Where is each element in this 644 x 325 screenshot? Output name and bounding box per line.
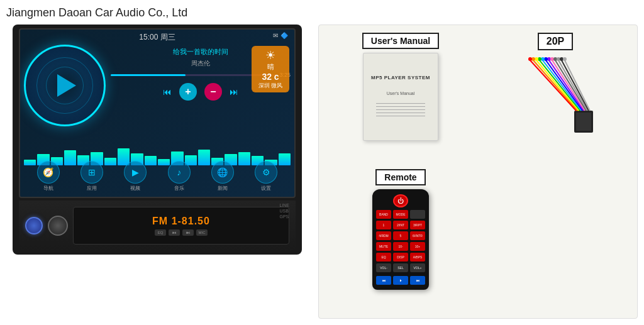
wiring-label: 20P (538, 33, 573, 50)
eq-knob[interactable] (25, 217, 43, 234)
apps-icon: ⊞ (80, 161, 103, 184)
manual-book-title: MP5 PLAYER SYSTEM (371, 75, 430, 80)
connector-block-inner (576, 113, 591, 131)
eq-btn[interactable]: EQ (155, 229, 166, 236)
car-unit: 15:00 周三 ✉ 🔷 (13, 25, 302, 255)
label-tags: LINE USB GPS (279, 203, 289, 219)
bluetooth-icon: 🔷 (280, 32, 288, 39)
remote-btn-3[interactable]: 3/RPT (410, 221, 425, 229)
settings-label: 设置 (261, 185, 271, 192)
news-label: 新闻 (218, 185, 228, 192)
settings-icon: ⚙ (255, 161, 277, 184)
nav-item-navigate[interactable]: 🧭 导航 (37, 161, 60, 192)
company-title: Jiangmen Daoan Car Audio Co., Ltd (6, 6, 638, 19)
fm-display-panel: FM 1-81.50 EQ ⏮ ⏭ MIC (73, 207, 289, 245)
remote-section: Remote ⏻ BAND MODE 1 2/INT 3/RPT 4/RDM 5… (326, 169, 475, 311)
manual-book-lines (376, 101, 425, 119)
svg-point-18 (528, 57, 532, 61)
prev-button[interactable]: ⏮ (163, 87, 172, 97)
remote-btn-mode[interactable]: MODE (393, 210, 408, 219)
empty-section (481, 169, 630, 311)
manual-section: User's Manual MP5 PLAYER SYSTEM User's M… (326, 33, 475, 163)
progress-fill (111, 74, 186, 76)
video-icon: ▶ (124, 161, 147, 184)
usb-label: USB (279, 209, 289, 213)
email-icon: ✉ (273, 32, 278, 39)
time-display: 15:00 周三 (139, 32, 175, 43)
prev-track-btn[interactable]: ⏮ (169, 229, 180, 236)
music-icon: ♪ (168, 161, 191, 184)
manual-book-subtitle: User's Manual (387, 91, 415, 96)
remote-playback-grid: ⏮ ⏵ ⏭ (376, 276, 425, 285)
remote-btn-mute[interactable]: MUTE (376, 242, 391, 251)
nav-item-news[interactable]: 🌐 新闻 (211, 161, 234, 192)
manual-line (376, 109, 425, 110)
line-label: LINE (279, 203, 289, 207)
unit-body: FM 1-81.50 EQ ⏮ ⏭ MIC LINE USB GPS (19, 201, 296, 251)
remote-btn-band[interactable]: BAND (376, 210, 391, 219)
remote-btn-4[interactable]: 4/RDM (376, 231, 391, 240)
left-section: 15:00 周三 ✉ 🔷 (6, 25, 308, 319)
car-screen: 15:00 周三 ✉ 🔷 (19, 28, 296, 198)
video-label: 视频 (130, 185, 140, 192)
scan-knob[interactable] (48, 216, 68, 236)
fm-freq: FM 1-81.50 (152, 216, 210, 227)
remote-btn-1[interactable]: 1 (376, 221, 391, 229)
page: Jiangmen Daoan Car Audio Co., Ltd 15:00 … (0, 0, 644, 325)
weather-city: 深圳 微风 (257, 82, 284, 90)
remote-btn-disp[interactable]: DISP (393, 253, 408, 262)
remote-btn-5[interactable]: 5 (393, 231, 408, 240)
status-icons: ✉ 🔷 (273, 32, 288, 39)
manual-book: MP5 PLAYER SYSTEM User's Manual (363, 53, 438, 141)
nav-item-music[interactable]: ♪ 音乐 (168, 161, 191, 192)
wiring-section: 20P (481, 33, 630, 163)
weather-condition: 晴 (257, 62, 284, 72)
remote-btn-volminus[interactable]: VOL- (376, 263, 391, 272)
remote-btn-10plus[interactable]: 10+ (410, 242, 425, 251)
manual-line (376, 103, 425, 104)
bottom-nav: 🧭 导航 ⊞ 应用 ▶ 视频 ♪ 音乐 (20, 161, 294, 192)
manual-line (376, 113, 425, 113)
remote-btn-sel[interactable]: SEL (393, 263, 408, 272)
weather-icon: ☀ (257, 48, 284, 62)
remote-power-button[interactable]: ⏻ (393, 194, 408, 207)
unit-controls-row: EQ ⏮ ⏭ MIC (155, 229, 208, 236)
remote-label: Remote (375, 169, 425, 185)
remote-button-grid: BAND MODE 1 2/INT 3/RPT 4/RDM 5 6/INTR M… (376, 210, 425, 272)
remote-btn-prev[interactable]: ⏮ (376, 276, 391, 285)
remote-btn-6[interactable]: 6/INTR (410, 231, 425, 240)
apps-label: 应用 (87, 185, 97, 192)
nav-item-apps[interactable]: ⊞ 应用 (80, 161, 103, 192)
nav-item-settings[interactable]: ⚙ 设置 (255, 161, 277, 192)
weather-temp: 32 c (257, 72, 284, 82)
next-track-btn[interactable]: ⏭ (182, 229, 194, 236)
status-bar: 15:00 周三 (20, 32, 294, 43)
manual-line (376, 106, 425, 107)
add-button[interactable]: + (179, 83, 197, 101)
remote-btn-eq[interactable]: EQ (376, 253, 391, 262)
remote-btn-2[interactable]: 2/INT (393, 221, 408, 229)
remote-btn-play[interactable]: ⏵ (393, 276, 408, 285)
main-content: 15:00 周三 ✉ 🔷 (6, 25, 638, 319)
news-icon: 🌐 (211, 161, 234, 184)
next-button[interactable]: ⏭ (230, 87, 238, 97)
vinyl-disc (24, 45, 106, 126)
weather-box: ☀ 晴 32 c 深圳 微风 (252, 46, 289, 92)
remote-btn-10minus[interactable]: 10- (393, 242, 408, 251)
minus-button[interactable]: − (204, 83, 222, 101)
navigate-icon: 🧭 (37, 161, 60, 184)
gps-label: GPS (279, 214, 289, 219)
wire-harness (511, 54, 599, 142)
vinyl-ring-mid (46, 67, 84, 104)
mic-btn[interactable]: MIC (196, 229, 208, 236)
music-label: 音乐 (174, 185, 184, 192)
navigate-label: 导航 (43, 185, 53, 192)
remote-body: ⏻ BAND MODE 1 2/INT 3/RPT 4/RDM 5 6/INTR… (372, 189, 429, 290)
wire-harness-svg (511, 54, 599, 142)
remote-btn-next[interactable]: ⏭ (410, 276, 425, 285)
nav-item-video[interactable]: ▶ 视频 (124, 161, 147, 192)
music-player: 给我一首歌的时间 周杰伦 3:25 ⏮ + (24, 45, 291, 133)
remote-btn-volplus[interactable]: VOL+ (410, 263, 425, 272)
remote-btn-abps[interactable]: A/BPS (410, 253, 425, 262)
remote-btn-empty1 (410, 210, 425, 219)
